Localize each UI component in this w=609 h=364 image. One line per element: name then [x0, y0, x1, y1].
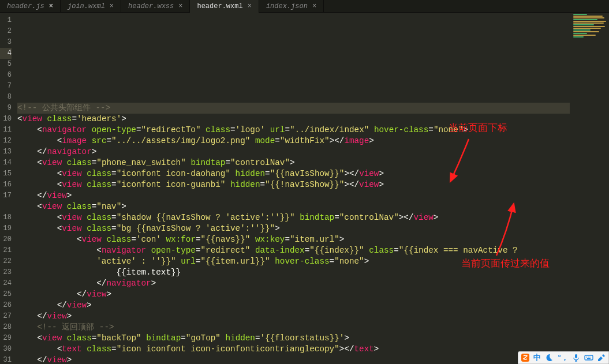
- code-line[interactable]: <navigator open-type="redirectTo" class=…: [17, 125, 570, 136]
- svg-rect-1: [575, 354, 577, 358]
- toolbox-icon[interactable]: [597, 353, 606, 362]
- tab-label: header.wxss: [128, 2, 174, 10]
- tab-label: join.wxml: [68, 2, 105, 10]
- svg-point-3: [586, 357, 587, 358]
- tab-header-wxss[interactable]: header.wxss ×: [121, 0, 190, 13]
- code-line[interactable]: </view>: [17, 311, 570, 322]
- tab-header-js[interactable]: header.js ×: [0, 0, 61, 13]
- code-line[interactable]: <image src="../../assets/img/logo2.png" …: [17, 136, 570, 147]
- tab-index-json[interactable]: index.json ×: [259, 0, 324, 13]
- code-line[interactable]: [17, 92, 570, 103]
- svg-rect-2: [585, 355, 593, 360]
- tab-join-wxml[interactable]: join.wxml ×: [61, 0, 121, 13]
- minimap[interactable]: [570, 13, 609, 364]
- code-line[interactable]: <!-- 公共头部组件 -->: [17, 103, 570, 114]
- code-line[interactable]: <view class="bg {{navIsShow ? 'active':'…: [17, 223, 570, 234]
- ime-lang-badge[interactable]: 中: [533, 352, 541, 363]
- code-line[interactable]: <view class='con' wx:for="{{navs}}" wx:k…: [17, 234, 570, 245]
- code-line[interactable]: <!-- 返回顶部 -->: [17, 322, 570, 333]
- code-line[interactable]: <text class="icon iconfont icon-iconfont…: [17, 344, 570, 355]
- close-icon[interactable]: ×: [178, 2, 182, 10]
- close-icon[interactable]: ×: [110, 2, 114, 10]
- code-line[interactable]: <view class="nav">: [17, 201, 570, 212]
- line-gutter[interactable]: 1234567891011121314151617181920212223242…: [0, 13, 14, 364]
- code-line[interactable]: <navigator open-type="redirect" data-ind…: [17, 245, 570, 256]
- code-line[interactable]: [17, 81, 570, 92]
- sogou-logo-icon[interactable]: [521, 353, 530, 362]
- code-line[interactable]: {{item.text}}: [17, 267, 570, 278]
- close-icon[interactable]: ×: [248, 2, 252, 10]
- code-line[interactable]: <view class="iconfont icon-guanbi" hidde…: [17, 179, 570, 190]
- editor: 1234567891011121314151617181920212223242…: [0, 13, 609, 364]
- tab-label: header.wxml: [197, 2, 242, 10]
- code-line[interactable]: <view class="phone_nav_switch" bindtap="…: [17, 157, 570, 168]
- tab-label: index.json: [266, 2, 308, 10]
- moon-icon[interactable]: [544, 353, 554, 362]
- tab-header-wxml[interactable]: header.wxml ×: [190, 0, 259, 13]
- close-icon[interactable]: ×: [312, 2, 316, 10]
- code-line[interactable]: <view class="backTop" bindtap="goTop" hi…: [17, 333, 570, 344]
- code-line[interactable]: </view>: [17, 190, 570, 201]
- code-area[interactable]: <!-- 公共头部组件 --><view class='headers'> <n…: [14, 13, 570, 364]
- code-line[interactable]: </view>: [17, 355, 570, 364]
- code-line[interactable]: 'active' : ''}}" url="{{item.url}}" hove…: [17, 256, 570, 267]
- close-icon[interactable]: ×: [49, 2, 53, 10]
- code-line[interactable]: </navigator>: [17, 147, 570, 157]
- code-line[interactable]: </view>: [17, 300, 570, 311]
- code-line[interactable]: <view class="shadow {{navIsShow ? 'activ…: [17, 212, 570, 223]
- code-line[interactable]: </navigator>: [17, 278, 570, 289]
- code-line[interactable]: <view class="iconfont icon-daohang" hidd…: [17, 168, 570, 179]
- microphone-icon[interactable]: [571, 353, 581, 362]
- code-line[interactable]: [17, 70, 570, 81]
- ime-punct-icon[interactable]: °，: [557, 352, 568, 363]
- tab-label: header.js: [7, 2, 44, 10]
- tab-bar: header.js × join.wxml × header.wxss × he…: [0, 0, 609, 13]
- svg-rect-6: [587, 358, 591, 359]
- keyboard-icon[interactable]: [584, 353, 593, 362]
- svg-point-4: [588, 357, 589, 358]
- code-line[interactable]: </view>: [17, 289, 570, 300]
- code-line[interactable]: <view class='headers'>: [17, 114, 570, 125]
- svg-point-5: [589, 357, 591, 358]
- ime-toolbar[interactable]: 中 °，: [518, 351, 609, 364]
